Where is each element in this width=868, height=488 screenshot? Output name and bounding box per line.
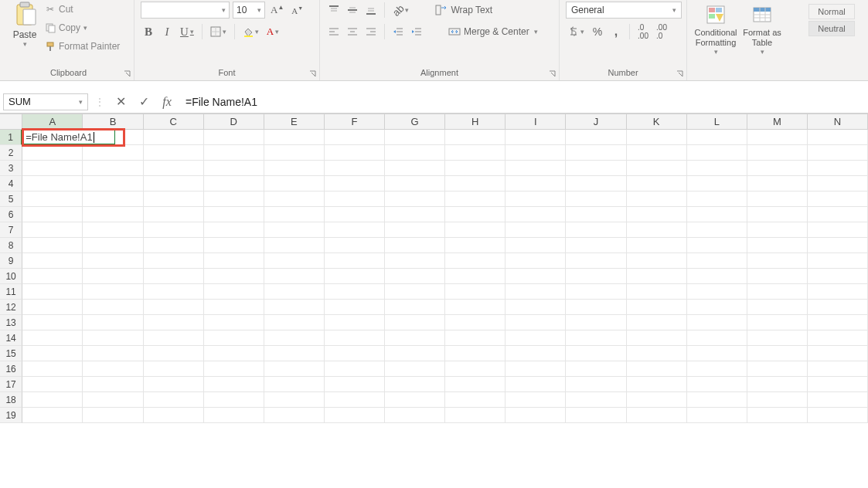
cell-J4[interactable] [566, 176, 626, 191]
cell-D6[interactable] [204, 207, 264, 222]
cell-H7[interactable] [445, 222, 505, 238]
cell-A16[interactable] [22, 361, 83, 377]
row-header-3[interactable]: 3 [0, 161, 22, 176]
column-header-I[interactable]: I [505, 114, 566, 130]
cell-K14[interactable] [627, 330, 687, 346]
number-format-select[interactable]: General ▾ [566, 2, 682, 19]
cell-I5[interactable] [505, 191, 566, 207]
cell-E15[interactable] [264, 346, 325, 361]
cell-K12[interactable] [627, 300, 687, 315]
cell-D5[interactable] [204, 191, 264, 207]
cell-N16[interactable] [808, 361, 868, 377]
cell-K19[interactable] [627, 408, 687, 423]
options-icon[interactable]: ⋮ [94, 96, 105, 108]
cell-I3[interactable] [505, 161, 566, 176]
cell-H3[interactable] [445, 161, 505, 176]
column-header-K[interactable]: K [627, 114, 687, 130]
cell-E10[interactable] [264, 269, 325, 284]
cell-F10[interactable] [325, 269, 385, 284]
cell-G12[interactable] [385, 300, 445, 315]
cell-E13[interactable] [264, 315, 325, 330]
cell-N11[interactable] [808, 284, 868, 300]
cell-B2[interactable] [83, 145, 143, 161]
cell-N9[interactable] [808, 253, 868, 269]
cell-L16[interactable] [687, 361, 747, 377]
bold-button[interactable]: B [141, 23, 156, 40]
enter-formula-button[interactable]: ✓ [134, 93, 153, 110]
cell-N17[interactable] [808, 377, 868, 392]
cell-I13[interactable] [505, 315, 566, 330]
cell-E4[interactable] [264, 176, 325, 191]
cell-L8[interactable] [687, 238, 747, 253]
cell-G14[interactable] [385, 330, 445, 346]
cell-N10[interactable] [808, 269, 868, 284]
row-header-12[interactable]: 12 [0, 300, 22, 315]
cell-M6[interactable] [747, 207, 808, 222]
cut-button[interactable]: ✂ Cut [45, 2, 120, 17]
cell-J13[interactable] [566, 315, 626, 330]
cell-A9[interactable] [22, 253, 83, 269]
cell-M17[interactable] [747, 377, 808, 392]
cell-I16[interactable] [505, 361, 566, 377]
cell-H11[interactable] [445, 284, 505, 300]
cell-L12[interactable] [687, 300, 747, 315]
cell-B19[interactable] [83, 408, 143, 423]
cell-E14[interactable] [264, 330, 325, 346]
cell-D2[interactable] [204, 145, 264, 161]
active-cell-editor[interactable]: =File Name!A1 [22, 130, 115, 144]
cell-L3[interactable] [687, 161, 747, 176]
align-bottom-button[interactable] [363, 2, 379, 19]
cell-B3[interactable] [83, 161, 143, 176]
cell-I17[interactable] [505, 377, 566, 392]
cell-B18[interactable] [83, 392, 143, 408]
dialog-launcher-clipboard[interactable] [124, 70, 131, 78]
cell-K1[interactable] [627, 130, 687, 145]
cell-A13[interactable] [22, 315, 83, 330]
cell-F6[interactable] [325, 207, 385, 222]
cell-D10[interactable] [204, 269, 264, 284]
cell-G4[interactable] [385, 176, 445, 191]
row-header-14[interactable]: 14 [0, 330, 22, 346]
increase-decimal-button[interactable]: .0.00 [635, 23, 651, 40]
copy-button[interactable]: Copy ▾ [45, 20, 120, 36]
cell-F18[interactable] [325, 392, 385, 408]
cell-A5[interactable] [22, 191, 83, 207]
cell-C17[interactable] [144, 377, 204, 392]
cell-L10[interactable] [687, 269, 747, 284]
cell-F3[interactable] [325, 161, 385, 176]
cell-N1[interactable] [808, 130, 868, 145]
cell-J14[interactable] [566, 330, 626, 346]
cell-M13[interactable] [747, 315, 808, 330]
cell-M9[interactable] [747, 253, 808, 269]
style-normal[interactable]: Normal [808, 4, 855, 19]
cell-B17[interactable] [83, 377, 143, 392]
cell-M7[interactable] [747, 222, 808, 238]
cell-I10[interactable] [505, 269, 566, 284]
cell-D15[interactable] [204, 346, 264, 361]
cell-N7[interactable] [808, 222, 868, 238]
row-header-19[interactable]: 19 [0, 408, 22, 423]
cell-M19[interactable] [747, 408, 808, 423]
cell-F14[interactable] [325, 330, 385, 346]
cell-L5[interactable] [687, 191, 747, 207]
align-middle-button[interactable] [345, 2, 360, 19]
row-header-17[interactable]: 17 [0, 377, 22, 392]
cell-L17[interactable] [687, 377, 747, 392]
cell-J15[interactable] [566, 346, 626, 361]
cell-L2[interactable] [687, 145, 747, 161]
cell-F2[interactable] [325, 145, 385, 161]
cell-N19[interactable] [808, 408, 868, 423]
cell-D18[interactable] [204, 392, 264, 408]
decrease-decimal-button[interactable]: .00.0 [654, 23, 669, 40]
accounting-format-button[interactable] [566, 23, 587, 40]
cell-B12[interactable] [83, 300, 143, 315]
cell-I11[interactable] [505, 284, 566, 300]
cell-K10[interactable] [627, 269, 687, 284]
align-left-button[interactable] [326, 23, 342, 40]
select-all-corner[interactable] [0, 114, 22, 130]
cell-H6[interactable] [445, 207, 505, 222]
cell-B15[interactable] [83, 346, 143, 361]
cell-J11[interactable] [566, 284, 626, 300]
cell-D12[interactable] [204, 300, 264, 315]
cell-D1[interactable] [204, 130, 264, 145]
